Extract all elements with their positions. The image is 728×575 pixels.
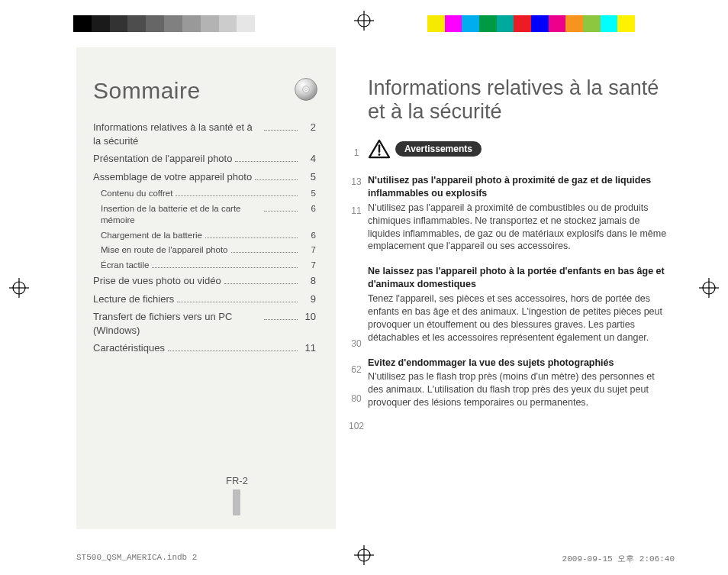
warning-body: N'utilisez pas l'appareil à proximité de… — [368, 202, 666, 252]
toc-label: Insertion de la batterie et de la carte … — [101, 203, 261, 227]
toc-page: 2 — [301, 121, 316, 134]
toc-page: 8 — [301, 274, 316, 288]
toc-leader-dots — [255, 179, 298, 180]
side-page-number: 80 — [348, 394, 365, 403]
swatch — [127, 15, 146, 32]
swatch — [92, 15, 110, 32]
toc-leader-dots — [235, 161, 298, 162]
table-of-contents: Informations relatives à la santé et à l… — [93, 121, 316, 355]
toc-page: 6 — [301, 230, 316, 242]
toc-leader-dots — [264, 211, 298, 212]
toc-page: 11 — [301, 341, 316, 355]
page-number-label: FR-2 — [226, 475, 248, 486]
toc-page: 7 — [301, 244, 316, 257]
toc-subrow: Écran tactile7 — [101, 260, 316, 272]
footer-filename: ST500_QSM_AMERICA.indb 2 — [76, 553, 197, 564]
toc-label: Informations relatives à la santé et à l… — [93, 121, 261, 147]
swatch — [427, 15, 445, 32]
side-page-number: 62 — [348, 365, 365, 374]
swatch — [497, 15, 514, 32]
swatch — [219, 15, 237, 32]
swatch — [601, 15, 618, 32]
swatch — [583, 15, 601, 32]
toc-label: Mise en route de l'appareil photo — [101, 244, 228, 257]
side-page-number: 1 — [348, 148, 365, 157]
toc-leader-dots — [205, 237, 298, 238]
toc-label: Lecture de fichiers — [93, 292, 174, 306]
toc-leader-dots — [177, 302, 298, 302]
registration-mark-icon — [354, 11, 374, 31]
swatch — [565, 15, 583, 32]
swatch — [164, 15, 182, 32]
toc-page: 4 — [301, 152, 316, 166]
toc-row: Présentation de l'appareil photo4 — [93, 152, 316, 166]
swatch — [617, 15, 635, 32]
toc-row: Informations relatives à la santé et à l… — [93, 121, 316, 147]
toc-leader-dots — [231, 252, 298, 253]
side-page-number: 13 — [348, 177, 365, 186]
sommaire-panel: Sommaire Informations relatives à la san… — [76, 47, 336, 529]
toc-subrow: Mise en route de l'appareil photo7 — [101, 244, 316, 257]
swatch — [237, 15, 255, 32]
page-number-tag: FR-2 — [226, 475, 248, 515]
color-swatches — [427, 15, 635, 32]
warning-body: Tenez l'appareil, ses pièces et ses acce… — [368, 293, 662, 343]
swatch — [549, 15, 566, 32]
toc-subrow: Insertion de la batterie et de la carte … — [101, 203, 316, 227]
svg-point-17 — [378, 153, 381, 156]
toc-label: Assemblage de votre appareil photo — [93, 170, 252, 184]
warning-body: N'utilisez pas le flash trop près (moins… — [368, 371, 655, 408]
safety-title: Informations relatives à la santé et à l… — [368, 76, 670, 124]
swatch — [201, 15, 219, 32]
document-page: Sommaire Informations relatives à la san… — [0, 0, 728, 575]
warning-heading: N'utilisez pas l'appareil photo à proxim… — [368, 174, 670, 200]
registration-mark-icon — [699, 278, 719, 298]
toc-label: Chargement de la batterie — [101, 230, 202, 242]
toc-label: Prise de vues photo ou vidéo — [93, 274, 221, 288]
warning-blocks: N'utilisez pas l'appareil photo à proxim… — [368, 174, 670, 409]
toc-label: Écran tactile — [101, 260, 149, 272]
toc-leader-dots — [176, 195, 298, 196]
toc-page: 5 — [301, 170, 316, 184]
warning-heading: Evitez d'endommager la vue des sujets ph… — [368, 357, 670, 370]
toc-page: 6 — [301, 203, 316, 215]
toc-leader-dots — [152, 267, 298, 268]
sommaire-title: Sommaire — [93, 78, 316, 104]
warning-heading: Ne laissez pas l'appareil photo à la por… — [368, 265, 670, 291]
toc-leader-dots — [264, 130, 298, 131]
warning-block: Evitez d'endommager la vue des sujets ph… — [368, 357, 670, 410]
toc-leader-dots — [168, 350, 298, 351]
swatch — [146, 15, 164, 32]
swatch — [255, 15, 273, 32]
swatch — [514, 15, 531, 32]
page-content: Sommaire Informations relatives à la san… — [76, 47, 675, 529]
imposition-footer: ST500_QSM_AMERICA.indb 2 2009-09-15 오후 2… — [76, 553, 675, 564]
toc-label: Contenu du coffret — [101, 188, 172, 200]
side-page-number: 30 — [348, 339, 365, 348]
toc-leader-dots — [224, 283, 298, 284]
warning-block: Ne laissez pas l'appareil photo à la por… — [368, 265, 670, 344]
toc-row: Assemblage de votre appareil photo5 — [93, 170, 316, 184]
toc-page: 5 — [301, 188, 316, 200]
toc-subgroup: Contenu du coffret5Insertion de la batte… — [93, 188, 316, 271]
swatch — [182, 15, 201, 32]
swatch — [110, 15, 128, 32]
toc-leader-dots — [264, 319, 298, 320]
safety-column: Informations relatives à la santé et à l… — [336, 47, 675, 529]
toc-subrow: Chargement de la batterie6 — [101, 230, 316, 242]
swatch — [479, 15, 497, 32]
toc-row: Lecture de fichiers9 — [93, 292, 316, 306]
page-tab-bar — [233, 489, 240, 515]
toc-page: 10 — [301, 310, 316, 324]
toc-label: Présentation de l'appareil photo — [93, 152, 232, 166]
toc-row: Prise de vues photo ou vidéo8 — [93, 274, 316, 288]
registration-mark-icon — [9, 278, 29, 298]
toc-label: Transfert de fichiers vers un PC (Window… — [93, 310, 261, 337]
svg-point-14 — [304, 88, 307, 90]
warnings-pill: Avertissements — [395, 141, 482, 157]
warning-triangle-icon — [368, 139, 391, 159]
toc-subrow: Contenu du coffret5 — [101, 188, 316, 200]
cd-disc-icon — [293, 76, 319, 102]
side-page-number: 102 — [348, 422, 365, 431]
greyscale-swatches — [73, 15, 273, 32]
